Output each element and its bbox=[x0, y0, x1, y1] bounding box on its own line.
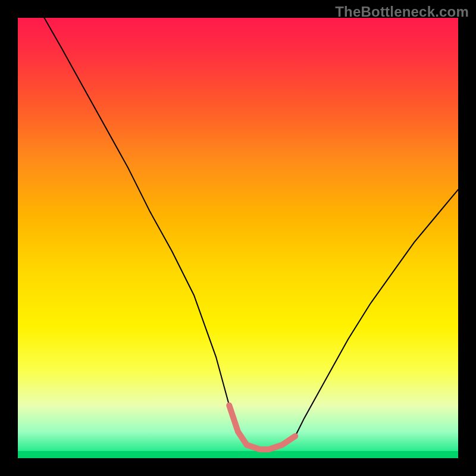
chart-stage: TheBottleneck.com bbox=[0, 0, 476, 476]
watermark-text: TheBottleneck.com bbox=[335, 4, 469, 20]
green-baseline-strip bbox=[18, 451, 458, 458]
highlight-band-path bbox=[229, 405, 295, 449]
plot-area bbox=[18, 18, 458, 458]
bottleneck-curve-path bbox=[44, 18, 458, 449]
bottleneck-curve-svg bbox=[18, 18, 458, 458]
